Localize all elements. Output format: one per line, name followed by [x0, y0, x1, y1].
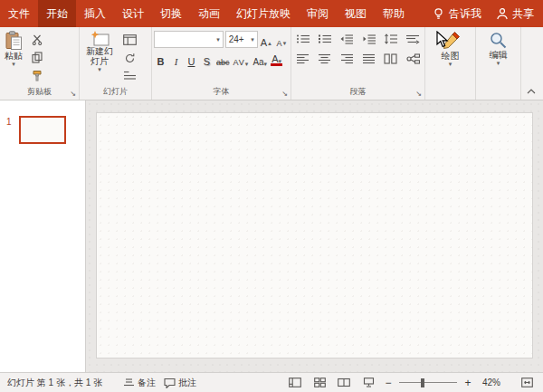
paste-clipboard-icon: [5, 31, 23, 51]
font-name-combobox[interactable]: ▾: [154, 31, 224, 48]
dropdown-caret-icon: ▾: [251, 36, 254, 43]
columns-button[interactable]: [381, 51, 400, 66]
zoom-out-button[interactable]: −: [384, 377, 393, 389]
notes-icon: [123, 378, 135, 387]
text-shadow-button[interactable]: S: [200, 51, 214, 67]
line-spacing-button[interactable]: [381, 31, 400, 46]
font-color-button[interactable]: A▾: [270, 51, 283, 67]
slide-canvas[interactable]: [97, 113, 532, 358]
person-icon: [496, 7, 509, 20]
statusbar-right: − + 42%: [286, 375, 536, 391]
shrink-font-button[interactable]: A▼: [275, 32, 289, 48]
tab-review[interactable]: 审阅: [299, 0, 337, 27]
tab-animations[interactable]: 动画: [190, 0, 228, 27]
convert-to-smartart-button[interactable]: [404, 51, 423, 66]
dropdown-caret-icon: ▾: [264, 61, 268, 67]
bold-button[interactable]: B: [154, 51, 167, 67]
font-size-value: 24+: [229, 34, 244, 44]
reading-view-icon: [338, 378, 350, 387]
tab-design[interactable]: 设计: [114, 0, 152, 27]
paragraph-dialog-launcher[interactable]: ↘: [415, 91, 422, 98]
comments-button[interactable]: 批注: [164, 377, 196, 389]
paragraph-group: 段落 ↘: [291, 27, 425, 100]
drawing-button[interactable]: 绘图 ▾: [438, 29, 463, 67]
collapse-ribbon-button[interactable]: [527, 84, 536, 97]
reading-view-button[interactable]: [335, 375, 353, 391]
align-left-button[interactable]: [293, 51, 312, 66]
up-arrow-icon: ▲: [267, 39, 272, 48]
format-painter-button[interactable]: [27, 68, 47, 83]
ribbon: 粘贴 ▾ 剪贴板 ↘: [0, 27, 543, 100]
normal-view-button[interactable]: [286, 375, 304, 391]
character-spacing-button[interactable]: AV▾: [233, 51, 251, 67]
menubar-right: 告诉我 共享: [432, 0, 543, 27]
tab-insert[interactable]: 插入: [76, 0, 114, 27]
font-dialog-launcher[interactable]: ↘: [281, 91, 288, 98]
align-right-button[interactable]: [338, 51, 357, 66]
zoom-slider-thumb[interactable]: [421, 378, 424, 387]
shadow-label: S: [204, 56, 210, 67]
new-slide-icon: [90, 31, 110, 46]
decrease-indent-button[interactable]: [338, 31, 357, 46]
align-center-icon: [318, 53, 331, 64]
slide-sorter-view-button[interactable]: [310, 375, 329, 391]
dropdown-caret-icon: ▾: [216, 36, 220, 43]
line-spacing-icon: [384, 33, 398, 44]
tab-view[interactable]: 视图: [337, 0, 375, 27]
char-spacing-label: AV: [233, 58, 245, 67]
section-button[interactable]: [119, 68, 139, 83]
clipboard-group-label: 剪贴板: [27, 87, 52, 96]
notes-button[interactable]: 备注: [123, 377, 156, 389]
justify-button[interactable]: [359, 51, 378, 66]
smartart-icon: [406, 53, 420, 64]
new-slide-button[interactable]: 新建幻灯片 ▾: [81, 29, 118, 72]
copy-icon: [32, 52, 43, 63]
fit-slide-to-window-button[interactable]: [518, 375, 536, 391]
paragraph-group-label: 段落: [350, 87, 367, 96]
grow-font-button[interactable]: A▲: [260, 32, 273, 48]
lightbulb-icon: [432, 7, 445, 21]
drawing-pen-icon: [441, 31, 461, 51]
dropdown-caret-icon: ▾: [245, 61, 250, 67]
share-button[interactable]: 共享: [496, 6, 534, 22]
slide-thumbnail[interactable]: [19, 116, 66, 144]
change-case-button[interactable]: Aa▾: [252, 51, 268, 67]
drawing-label: 绘图: [442, 51, 460, 61]
italic-button[interactable]: I: [169, 51, 183, 67]
slideshow-view-button[interactable]: [359, 375, 377, 391]
tab-home[interactable]: 开始: [38, 0, 76, 27]
down-arrow-icon: ▼: [282, 39, 288, 48]
numbering-button[interactable]: [315, 31, 334, 46]
tab-file[interactable]: 文件: [0, 0, 38, 27]
chevron-up-icon: [527, 89, 536, 94]
text-direction-button[interactable]: [404, 31, 423, 46]
tab-transitions[interactable]: 切换: [152, 0, 190, 27]
increase-indent-button[interactable]: [359, 31, 378, 46]
font-size-combobox[interactable]: 24+ ▾: [225, 31, 258, 48]
zoom-in-button[interactable]: +: [463, 377, 472, 389]
tab-slideshow[interactable]: 幻灯片放映: [228, 0, 299, 27]
dropdown-caret-icon: ▾: [449, 61, 452, 67]
editing-button[interactable]: 编辑 ▾: [486, 29, 510, 66]
change-case-label: Aa: [252, 57, 263, 67]
slide-layout-button[interactable]: [119, 32, 139, 47]
tab-help[interactable]: 帮助: [375, 0, 413, 27]
align-center-button[interactable]: [315, 51, 334, 66]
bullets-button[interactable]: [293, 31, 312, 46]
copy-button[interactable]: [27, 50, 47, 65]
reset-slide-icon: [124, 53, 136, 63]
clipboard-dialog-launcher[interactable]: ↘: [70, 91, 76, 98]
cut-button[interactable]: [27, 32, 47, 47]
editing-group: 编辑 ▾: [476, 27, 521, 100]
new-slide-label: 新建幻灯片: [84, 46, 115, 66]
font-group: ▾ 24+ ▾ A▲ A▼ B: [152, 27, 291, 100]
slideshow-icon: [363, 378, 375, 387]
zoom-percentage[interactable]: 42%: [479, 378, 500, 387]
tell-me-button[interactable]: 告诉我: [432, 6, 481, 22]
strikethrough-button[interactable]: abc: [215, 51, 231, 67]
reset-slide-button[interactable]: [119, 50, 139, 65]
zoom-slider[interactable]: [399, 378, 457, 388]
paste-button[interactable]: 粘贴 ▾: [2, 29, 25, 67]
normal-view-icon: [289, 378, 301, 387]
underline-button[interactable]: U: [185, 51, 198, 67]
